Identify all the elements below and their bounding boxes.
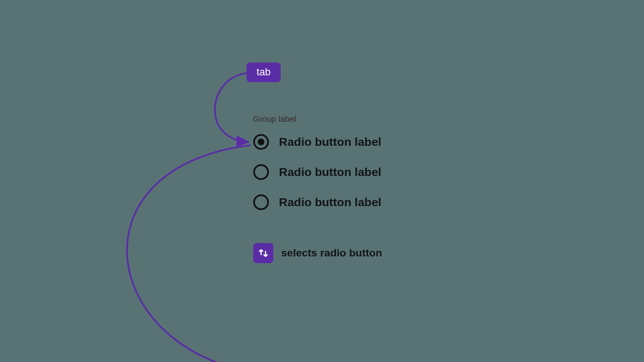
radio-unselected-icon (253, 194, 269, 210)
radio-option-3-label: Radio button label (279, 196, 381, 209)
radio-unselected-icon (253, 164, 269, 180)
radio-group-label: Group label (253, 114, 296, 123)
tab-key-label: tab (257, 66, 271, 78)
keyboard-hint: selects radio button (253, 243, 382, 263)
radio-option-2-label: Radio button label (279, 165, 381, 179)
radio-option-3[interactable]: Radio button label (253, 194, 381, 210)
up-down-arrows-icon (258, 247, 269, 259)
radio-dot-icon (258, 139, 264, 145)
keyboard-hint-text: selects radio button (281, 247, 382, 259)
radio-selected-icon (253, 134, 269, 150)
tab-key-badge: tab (247, 63, 281, 82)
radio-option-1-label: Radio button label (279, 135, 381, 149)
diagram-stage: { "tab_key_label": "tab", "group_label":… (0, 0, 644, 362)
radio-option-1[interactable]: Radio button label (253, 134, 381, 150)
radio-option-2[interactable]: Radio button label (253, 164, 381, 180)
up-down-arrows-key (253, 243, 273, 263)
connector-lines (0, 0, 644, 362)
